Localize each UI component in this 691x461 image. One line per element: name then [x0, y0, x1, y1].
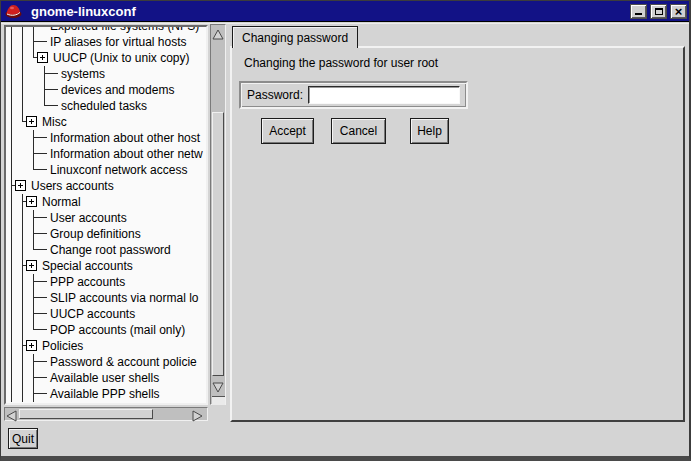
tree-row[interactable]: devices and modems — [6, 82, 206, 98]
tree-guide-line — [11, 146, 12, 162]
tree-guide-line — [11, 274, 12, 290]
tree-row[interactable]: Normal — [6, 194, 206, 210]
tree-connector — [33, 306, 34, 322]
quit-button[interactable]: Quit — [8, 428, 38, 449]
tree-row[interactable]: UUCP accounts — [6, 306, 206, 322]
tree-row[interactable]: Change root password — [6, 242, 206, 258]
tree-connector — [44, 82, 45, 98]
tree-connector — [33, 313, 47, 314]
tree-item-label[interactable]: UUCP (Unix to unix copy) — [53, 51, 190, 65]
title-bar[interactable]: gnome-linuxconf × — [1, 1, 689, 22]
tree-connector — [22, 258, 23, 274]
tree-item-label[interactable]: Special accounts — [42, 259, 133, 273]
tree-row[interactable]: Misc — [6, 114, 206, 130]
expander-plus-icon[interactable] — [15, 180, 26, 191]
tree-item-label[interactable]: Group definitions — [50, 227, 141, 241]
tree-item-label[interactable]: Password & account policie — [50, 355, 197, 369]
tree-item-label[interactable]: systems — [61, 67, 105, 81]
tree-item-label[interactable]: devices and modems — [61, 83, 174, 97]
tree-item-label[interactable]: Information about other host — [50, 131, 200, 145]
tree-row[interactable]: Password & account policie — [6, 354, 206, 370]
tree-item-label[interactable]: Linuxconf network access — [50, 163, 187, 177]
tree-guide-line — [22, 242, 23, 258]
tree-row[interactable]: PPP accounts — [6, 274, 206, 290]
tree-row[interactable]: Information about other netw — [6, 146, 206, 162]
tree-row[interactable]: User accounts — [6, 210, 206, 226]
tree-guide-line — [11, 210, 12, 226]
tree-item-label[interactable]: Change root password — [50, 243, 171, 257]
tree-item-label[interactable]: PPP accounts — [50, 275, 125, 289]
tree-guide-line — [22, 306, 23, 322]
minimize-icon[interactable] — [630, 4, 647, 19]
tree-item-label[interactable]: Exported file systems (NFS) — [50, 27, 199, 33]
help-button[interactable]: Help — [410, 118, 449, 144]
tree-row[interactable]: Available user shells — [6, 370, 206, 386]
maximize-icon[interactable] — [650, 4, 667, 19]
tree-connector — [22, 194, 23, 210]
window-controls: × — [630, 4, 687, 19]
scroll-up-icon[interactable] — [212, 27, 224, 45]
tree-row[interactable]: Exported file systems (NFS) — [6, 27, 206, 34]
expander-plus-icon[interactable] — [26, 340, 37, 351]
tree-item-label[interactable]: IP aliases for virtual hosts — [50, 35, 187, 49]
tree-row[interactable]: scheduled tasks — [6, 98, 206, 114]
tree-guide-line — [22, 354, 23, 370]
tree-item-label[interactable]: SLIP accounts via normal lo — [50, 291, 199, 305]
tree-row[interactable]: UUCP (Unix to unix copy) — [6, 50, 206, 66]
tree-item-label[interactable]: scheduled tasks — [61, 99, 147, 113]
tree-row[interactable]: POP accounts (mail only) — [6, 322, 206, 338]
expander-plus-icon[interactable] — [26, 196, 37, 207]
tree-item-label[interactable]: Information about other netw — [50, 147, 203, 161]
scroll-down-icon[interactable] — [212, 379, 224, 397]
tree-row[interactable]: Users accounts — [6, 178, 206, 194]
close-icon[interactable]: × — [670, 4, 687, 19]
tree-item-label[interactable]: Normal — [42, 195, 81, 209]
expander-plus-icon[interactable] — [26, 116, 37, 127]
expander-plus-icon[interactable] — [37, 52, 48, 63]
tree-item-label[interactable]: UUCP accounts — [50, 307, 135, 321]
tree-guide-line — [22, 226, 23, 242]
tree-item-label[interactable]: POP accounts (mail only) — [50, 323, 185, 337]
accept-button[interactable]: Accept — [261, 118, 314, 144]
tree-row[interactable]: systems — [6, 66, 206, 82]
tree-row[interactable]: Special accounts — [6, 258, 206, 274]
tree-row[interactable]: IP aliases for virtual hosts — [6, 34, 206, 50]
tree-connector — [33, 297, 47, 298]
vertical-scrollbar-thumb[interactable] — [212, 112, 224, 376]
changing-password-panel: Changing the password for user root Pass… — [230, 46, 685, 422]
tree-item-label[interactable]: Available PPP shells — [50, 387, 160, 401]
tree-item-label[interactable]: Users accounts — [31, 179, 114, 193]
tree-item-label[interactable]: Available user shells — [50, 371, 159, 385]
tree-row[interactable]: Policies — [6, 338, 206, 354]
tree-guide-line — [22, 66, 23, 82]
tree-row[interactable]: Group definitions — [6, 226, 206, 242]
expander-plus-icon[interactable] — [26, 260, 37, 271]
tree-guide-line — [22, 370, 23, 386]
tree-connector — [33, 281, 47, 282]
tab-changing-password[interactable]: Changing password — [232, 26, 358, 48]
password-input[interactable] — [308, 86, 460, 104]
tree-guide-line — [22, 274, 23, 290]
horizontal-scrollbar[interactable] — [4, 407, 208, 421]
tree-item-label[interactable]: Misc — [42, 115, 67, 129]
tree-row[interactable]: Information about other host — [6, 130, 206, 146]
scroll-left-icon[interactable] — [6, 408, 18, 426]
tree-guide-line — [11, 370, 12, 386]
tree-guide-line — [22, 210, 23, 226]
tree-guide-line — [22, 82, 23, 98]
tree-guide-line — [11, 114, 12, 130]
scroll-right-icon[interactable] — [191, 408, 203, 426]
vertical-scrollbar[interactable] — [210, 24, 226, 405]
tree-row[interactable]: Available PPP shells — [6, 386, 206, 402]
scrollbar-end-cap — [212, 396, 225, 405]
tree-guide-line — [11, 130, 12, 146]
tree-item-label[interactable]: User accounts — [50, 211, 127, 225]
tree-item-label[interactable]: Policies — [42, 339, 83, 353]
tree-row[interactable]: Linuxconf network access — [6, 162, 206, 178]
tree-row[interactable]: SLIP accounts via normal lo — [6, 290, 206, 306]
tree-connector — [33, 290, 34, 306]
tree-guide-line — [11, 34, 12, 50]
cancel-button[interactable]: Cancel — [331, 118, 386, 144]
tree-connector — [33, 146, 34, 162]
horizontal-scrollbar-thumb[interactable] — [19, 409, 153, 419]
